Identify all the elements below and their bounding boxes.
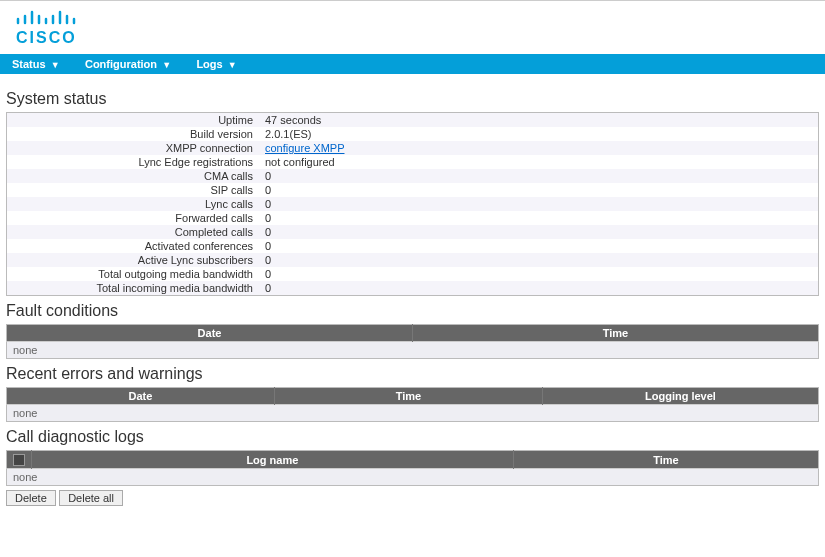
nav-configuration-label: Configuration: [85, 58, 157, 70]
column-header-logging-level: Logging level: [542, 388, 818, 405]
fault-conditions-table: Date Time none: [6, 324, 819, 359]
section-title-system-status: System status: [6, 90, 819, 108]
delete-button[interactable]: Delete: [6, 490, 56, 506]
column-header-date: Date: [7, 325, 413, 342]
status-value: 0: [259, 267, 818, 281]
section-title-fault-conditions: Fault conditions: [6, 302, 819, 320]
logo-area: CISCO: [0, 1, 825, 54]
nav-logs[interactable]: Logs ▼: [196, 55, 236, 74]
call-logs-button-row: Delete Delete all: [6, 490, 819, 506]
nav-status-label: Status: [12, 58, 46, 70]
column-header-time: Time: [413, 325, 819, 342]
section-title-recent-errors: Recent errors and warnings: [6, 365, 819, 383]
chevron-down-icon: ▼: [51, 60, 60, 70]
delete-all-button[interactable]: Delete all: [59, 490, 123, 506]
section-title-call-logs: Call diagnostic logs: [6, 428, 819, 446]
status-value: 2.0.1(ES): [259, 127, 818, 141]
status-value: not configured: [259, 155, 818, 169]
checkbox-icon[interactable]: [13, 454, 25, 466]
status-value: 0: [259, 253, 818, 267]
cisco-logo: CISCO: [14, 7, 84, 50]
chevron-down-icon: ▼: [162, 60, 171, 70]
status-value: 0: [259, 169, 818, 183]
status-label: Active Lync subscribers: [7, 253, 259, 267]
status-value: 0: [259, 183, 818, 197]
status-value: 0: [259, 281, 818, 295]
call-logs-table: Log name Time none: [6, 450, 819, 486]
nav-bar: Status ▼ Configuration ▼ Logs ▼: [0, 54, 825, 74]
column-header-time: Time: [513, 451, 818, 469]
nav-status[interactable]: Status ▼: [12, 55, 60, 74]
status-label: CMA calls: [7, 169, 259, 183]
status-value: configure XMPP: [259, 141, 818, 155]
status-label: Build version: [7, 127, 259, 141]
status-label: Lync calls: [7, 197, 259, 211]
status-value: 0: [259, 225, 818, 239]
column-header-time: Time: [274, 388, 542, 405]
status-label: XMPP connection: [7, 141, 259, 155]
system-status-table: Uptime47 seconds Build version2.0.1(ES) …: [6, 112, 819, 296]
column-header-log-name: Log name: [32, 451, 514, 469]
nav-configuration[interactable]: Configuration ▼: [85, 55, 171, 74]
status-label: Completed calls: [7, 225, 259, 239]
status-value: 47 seconds: [259, 113, 818, 127]
status-value: 0: [259, 239, 818, 253]
fault-conditions-empty: none: [7, 342, 819, 359]
call-logs-empty: none: [7, 469, 819, 486]
status-label: Total outgoing media bandwidth: [7, 267, 259, 281]
recent-errors-table: Date Time Logging level none: [6, 387, 819, 422]
status-value: 0: [259, 197, 818, 211]
status-label: Forwarded calls: [7, 211, 259, 225]
column-header-date: Date: [7, 388, 275, 405]
status-label: Activated conferences: [7, 239, 259, 253]
status-label: SIP calls: [7, 183, 259, 197]
recent-errors-empty: none: [7, 405, 819, 422]
status-label: Uptime: [7, 113, 259, 127]
status-value: 0: [259, 211, 818, 225]
cisco-logo-text: CISCO: [16, 29, 77, 46]
chevron-down-icon: ▼: [228, 60, 237, 70]
status-label: Lync Edge registrations: [7, 155, 259, 169]
status-label: Total incoming media bandwidth: [7, 281, 259, 295]
nav-logs-label: Logs: [196, 58, 222, 70]
configure-xmpp-link[interactable]: configure XMPP: [265, 142, 344, 154]
column-header-checkbox[interactable]: [7, 451, 32, 469]
